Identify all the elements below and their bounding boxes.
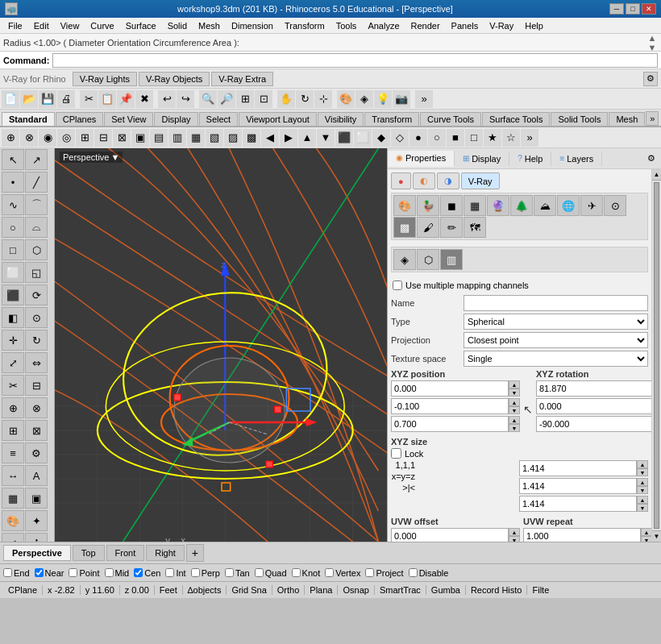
mapping-channels-checkbox[interactable] (393, 280, 402, 290)
size-val-3-down[interactable]: ▼ (637, 504, 648, 512)
zoom-in-icon[interactable]: 🔍 (199, 90, 217, 108)
select-tool[interactable]: ↖ (2, 149, 24, 170)
minimize-button[interactable]: ─ (609, 3, 624, 15)
tool-5[interactable]: ⊞ (76, 129, 94, 147)
tab-mesh[interactable]: Mesh (609, 112, 645, 126)
snap-vertex-checkbox[interactable] (325, 568, 334, 577)
tex-noise[interactable]: ▦ (464, 195, 486, 216)
vp-tab-front[interactable]: Front (106, 545, 145, 561)
camera-icon[interactable]: 📷 (393, 90, 410, 108)
uvw-off-1[interactable] (391, 528, 509, 542)
prop-tool[interactable]: ⚙ (25, 442, 48, 463)
tab-visibility[interactable]: Visibility (318, 112, 364, 126)
size-val-2-up[interactable]: ▲ (637, 478, 648, 486)
extrude-tool[interactable]: ⬛ (2, 285, 24, 305)
xyz-rot-y[interactable] (536, 398, 651, 414)
menu-vray[interactable]: V-Ray (484, 20, 518, 31)
new-icon[interactable]: 📄 (2, 90, 19, 108)
menu-tools[interactable]: Tools (331, 20, 362, 31)
menu-help[interactable]: Help (520, 20, 548, 31)
delete-icon[interactable]: ✖ (135, 90, 153, 108)
maximize-button[interactable]: □ (626, 3, 640, 15)
xyz-rot-z[interactable] (536, 416, 651, 432)
menu-transform[interactable]: Transform (280, 20, 330, 31)
render-icon[interactable]: 🎨 (337, 90, 355, 108)
tool-6[interactable]: ⊟ (94, 129, 112, 147)
menu-analyze[interactable]: Analyze (363, 20, 404, 31)
scroll-thumb[interactable] (654, 182, 659, 529)
rotate-tool[interactable]: ↻ (25, 330, 48, 351)
uvw-rep-1-up[interactable]: ▲ (641, 528, 651, 536)
vp-tab-perspective[interactable]: Perspective (3, 545, 71, 561)
tool-14[interactable]: ▩ (243, 129, 260, 147)
tool-24[interactable]: ○ (428, 129, 446, 147)
snap-cen-checkbox[interactable] (134, 568, 143, 577)
menu-mesh[interactable]: Mesh (193, 20, 225, 31)
vray-tab-lights[interactable]: V-Ray Lights (73, 72, 137, 86)
vray-tab-extra[interactable]: V-Ray Extra (211, 72, 273, 86)
viewport[interactable]: Perspective ▼ (55, 148, 387, 542)
render-btn-vray[interactable]: V-Ray (461, 172, 500, 189)
zoom-selected-icon[interactable]: ⊡ (255, 90, 272, 108)
prop-settings-button[interactable]: ⚙ (645, 152, 658, 165)
revolve-tool[interactable]: ⟳ (25, 285, 48, 305)
tool-more[interactable]: » (521, 129, 538, 147)
xyz-pos-x-down[interactable]: ▼ (509, 388, 520, 397)
size-val-2-down[interactable]: ▼ (637, 486, 648, 494)
tool-19[interactable]: ⬛ (335, 129, 353, 147)
surface-tool[interactable]: ⬜ (2, 262, 24, 283)
xyz-pos-y-up[interactable]: ▲ (509, 398, 520, 406)
snap-project-checkbox[interactable] (365, 568, 374, 577)
snap-end-checkbox[interactable] (3, 568, 12, 577)
pan-icon[interactable]: ✋ (277, 90, 295, 108)
polygon-tool[interactable]: ⬡ (25, 239, 48, 260)
tab-setview[interactable]: Set View (104, 112, 153, 126)
info-tool[interactable]: ℹ (25, 533, 48, 542)
light2-tool[interactable]: ✦ (25, 510, 48, 531)
select-icon[interactable]: ⊹ (314, 90, 332, 108)
print-icon[interactable]: 🖨 (57, 90, 75, 108)
tab-standard[interactable]: Standard (2, 112, 55, 126)
menu-view[interactable]: View (56, 20, 85, 31)
type-select[interactable]: Spherical Cylindrical Box Surface OCS (464, 314, 648, 330)
tool-9[interactable]: ▤ (150, 129, 168, 147)
tex-wood[interactable]: 🌲 (510, 195, 533, 216)
tool-2[interactable]: ⊗ (20, 129, 38, 147)
menu-solid[interactable]: Solid (163, 20, 192, 31)
scroll-down-button[interactable]: ▼ (652, 530, 661, 542)
tex-duck[interactable]: 🦆 (417, 195, 439, 216)
select2-tool[interactable]: ↗ (25, 149, 48, 170)
tab-viewport-layout[interactable]: Viewport Layout (239, 112, 317, 126)
xyz-pos-z[interactable] (391, 416, 509, 432)
scene-view[interactable]: y x z (55, 148, 387, 542)
hatch-tool[interactable]: ▦ (2, 488, 24, 509)
snap-mid-checkbox[interactable] (105, 568, 114, 577)
filter-seg[interactable]: Filte (527, 585, 554, 595)
material-icon[interactable]: ◈ (355, 90, 373, 108)
xyz-pos-z-up[interactable]: ▲ (509, 416, 520, 424)
tool-3[interactable]: ◉ (39, 129, 56, 147)
size-val-3-up[interactable]: ▲ (637, 496, 648, 504)
tex-sphere[interactable]: ⊙ (604, 195, 626, 216)
tool-25[interactable]: ■ (447, 129, 464, 147)
tool-11[interactable]: ▦ (187, 129, 205, 147)
tool-23[interactable]: ● (409, 129, 427, 147)
ortho-seg[interactable]: Ortho (272, 585, 306, 595)
box-tool[interactable]: ◧ (2, 307, 24, 328)
tool-7[interactable]: ⊠ (113, 129, 131, 147)
tab-solid-tools[interactable]: Solid Tools (551, 112, 608, 126)
cmdbar-scroll[interactable]: ▲▼ (646, 34, 658, 51)
vp-tab-add[interactable]: + (186, 544, 204, 562)
tex-21[interactable]: ◈ (393, 249, 416, 270)
tool-20[interactable]: ⬜ (354, 129, 372, 147)
gumball-seg[interactable]: Gumba (426, 585, 466, 595)
curve-tool[interactable]: ∿ (2, 194, 24, 215)
tool-17[interactable]: ▲ (298, 129, 316, 147)
open-icon[interactable]: 📂 (20, 90, 38, 108)
render-btn-2[interactable]: ◐ (413, 172, 435, 189)
menu-panels[interactable]: Panels (447, 20, 484, 31)
text-tool[interactable]: A (25, 465, 48, 486)
vray-tab-objects[interactable]: V-Ray Objects (139, 72, 210, 86)
tool-13[interactable]: ▨ (224, 129, 242, 147)
planar-seg[interactable]: Plana (305, 585, 338, 595)
